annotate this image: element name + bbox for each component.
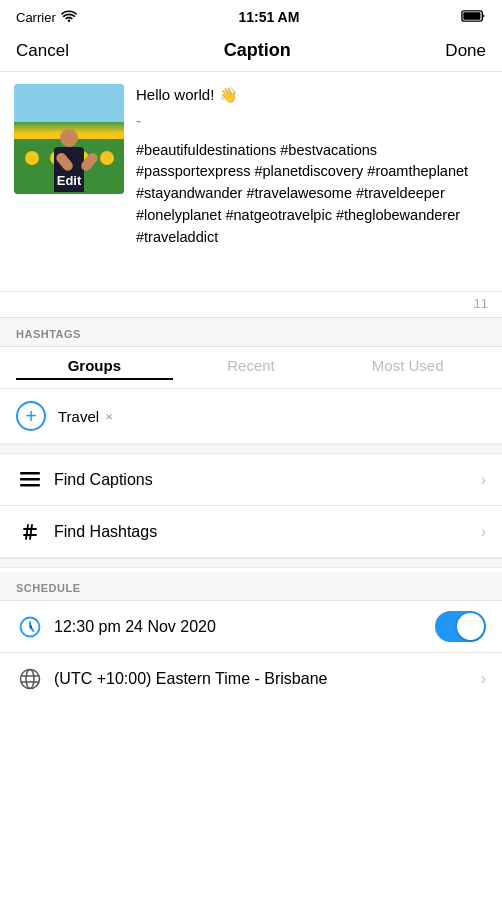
timezone-label: (UTC +10:00) Eastern Time - Brisbane: [54, 670, 481, 688]
find-hashtags-label: Find Hashtags: [54, 523, 481, 541]
clock-icon: [16, 616, 44, 638]
tab-groups[interactable]: Groups: [16, 357, 173, 380]
wifi-icon: [61, 10, 77, 25]
schedule-time-label: 12:30 pm 24 Nov 2020: [54, 618, 435, 636]
caption-hashtags: #beautifuldestinations #bestvacations #p…: [136, 140, 488, 249]
chevron-right-icon-3: ›: [481, 670, 486, 688]
find-captions-label: Find Captions: [54, 471, 481, 489]
travel-tag-chip: Travel ×: [58, 408, 113, 425]
caption-hello: Hello world! 👋: [136, 84, 488, 106]
done-button[interactable]: Done: [445, 41, 486, 61]
char-count: 11: [0, 292, 502, 318]
svg-rect-2: [20, 472, 40, 475]
find-captions-row[interactable]: Find Captions ›: [0, 454, 502, 506]
hashtags-header: HASHTAGS: [0, 318, 502, 347]
carrier-label: Carrier: [16, 10, 56, 25]
page-title: Caption: [224, 40, 291, 61]
section-divider-2: [0, 558, 502, 568]
svg-rect-3: [20, 478, 40, 481]
schedule-toggle[interactable]: [435, 611, 486, 642]
section-divider-1: [0, 444, 502, 454]
edit-label[interactable]: Edit: [57, 173, 82, 188]
status-time: 11:51 AM: [238, 9, 299, 25]
svg-rect-4: [20, 484, 40, 487]
remove-tag-button[interactable]: ×: [105, 409, 113, 424]
find-hashtags-row[interactable]: Find Hashtags ›: [0, 506, 502, 558]
caption-text[interactable]: Hello world! 👋 - #beautifuldestinations …: [136, 84, 488, 279]
tab-most-used[interactable]: Most Used: [329, 357, 486, 380]
plus-icon: +: [25, 406, 37, 426]
lines-icon: [16, 472, 44, 488]
hashtag-tabs: Groups Recent Most Used: [0, 347, 502, 389]
schedule-header: SCHEDULE: [0, 572, 502, 601]
tab-recent[interactable]: Recent: [173, 357, 330, 380]
globe-icon: [16, 668, 44, 690]
tag-row: + Travel ×: [0, 389, 502, 444]
cancel-button[interactable]: Cancel: [16, 41, 69, 61]
toggle-knob: [457, 613, 484, 640]
svg-rect-1: [463, 12, 480, 19]
carrier-info: Carrier: [16, 10, 77, 25]
hashtag-icon: [16, 523, 44, 541]
caption-area: Edit Hello world! 👋 - #beautifuldestinat…: [0, 72, 502, 292]
battery-icon: [461, 8, 486, 26]
tag-label: Travel: [58, 408, 99, 425]
nav-bar: Cancel Caption Done: [0, 32, 502, 72]
svg-point-7: [26, 670, 34, 689]
caption-dash: -: [136, 110, 488, 132]
photo-thumbnail[interactable]: Edit: [14, 84, 124, 194]
chevron-right-icon: ›: [481, 471, 486, 489]
add-tag-button[interactable]: +: [16, 401, 46, 431]
timezone-row[interactable]: (UTC +10:00) Eastern Time - Brisbane ›: [0, 653, 502, 705]
schedule-time-row[interactable]: 12:30 pm 24 Nov 2020: [0, 601, 502, 653]
chevron-right-icon-2: ›: [481, 523, 486, 541]
svg-point-6: [21, 670, 40, 689]
status-bar: Carrier 11:51 AM: [0, 0, 502, 32]
schedule-section: SCHEDULE 12:30 pm 24 Nov 2020 (UTC +10:0…: [0, 572, 502, 705]
